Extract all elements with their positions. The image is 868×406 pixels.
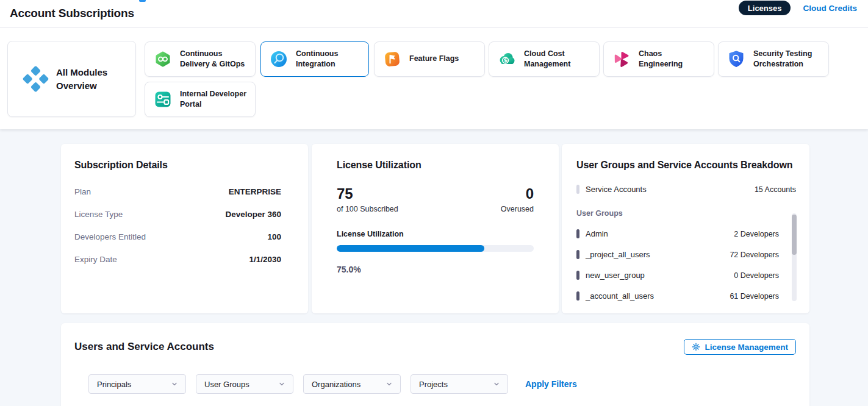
module-label: Feature Flags	[409, 54, 459, 65]
page-title: Account Subscriptions	[10, 7, 134, 20]
dropdown-value: Organizations	[312, 380, 360, 389]
user-group-marker	[576, 291, 579, 301]
user-groups-list: Admin 2 Developers _project_all_users 72…	[576, 229, 779, 301]
overused-caption: Overused	[501, 205, 534, 213]
gear-icon	[692, 343, 700, 351]
module-label: Chaos Engineering	[639, 49, 708, 70]
utilization-bar-label: License Utilization	[337, 230, 534, 238]
user-group-row: Admin 2 Developers	[576, 229, 779, 238]
apply-filters-link[interactable]: Apply Filters	[525, 379, 577, 389]
license-management-button[interactable]: License Management	[684, 339, 796, 355]
internal-developer-portal-icon	[154, 90, 172, 109]
licenses-tab[interactable]: Licenses	[739, 1, 791, 15]
module-card-continuous-delivery[interactable]: Continuous Delivery & GitOps	[145, 41, 256, 77]
users-section-header: Users and Service Accounts License Manag…	[74, 339, 796, 355]
user-groups-dropdown[interactable]: User Groups	[196, 374, 293, 394]
subscribed-count: 75	[337, 186, 398, 202]
user-group-name: _project_all_users	[586, 250, 650, 259]
cloud-cost-icon: $	[498, 50, 516, 68]
users-section-title: Users and Service Accounts	[74, 341, 214, 353]
utilization-progress-bar	[337, 245, 534, 252]
module-label: Security Testing Orchestration	[753, 49, 822, 70]
utilization-percent: 75.0%	[337, 265, 534, 274]
user-group-value: 2 Developers	[734, 230, 779, 238]
module-label: Cloud Cost Management	[524, 49, 593, 70]
detail-label: Expiry Date	[74, 255, 117, 264]
cloud-credits-tab[interactable]: Cloud Credits	[803, 4, 857, 13]
user-group-name: _account_all_users	[586, 291, 654, 301]
chaos-engineering-icon	[612, 50, 631, 68]
module-card-security-testing[interactable]: Security Testing Orchestration	[718, 41, 829, 77]
header-tabs: Licenses Cloud Credits	[739, 1, 857, 15]
detail-value: 1/1/2030	[249, 255, 281, 264]
license-utilization-title: License Utilization	[337, 160, 534, 171]
security-testing-icon	[727, 50, 745, 68]
account-subscriptions-page: Account Subscriptions Licenses Cloud Cre…	[0, 0, 868, 406]
user-group-row: new_user_group 0 Developers	[576, 271, 779, 280]
all-modules-overview-card[interactable]: All Modules Overview	[7, 41, 136, 117]
user-group-value: 61 Developers	[730, 292, 779, 301]
service-accounts-row: Service Accounts 15 Accounts	[576, 185, 796, 194]
user-group-row: _account_all_users 61 Developers	[576, 291, 779, 301]
continuous-integration-icon	[270, 50, 288, 68]
overused-count: 0	[501, 186, 534, 202]
utilization-progress-fill	[337, 245, 484, 252]
user-group-marker	[576, 271, 579, 280]
chevron-down-icon	[278, 380, 285, 388]
detail-row-license-type: License Type Developer 360	[74, 210, 281, 219]
license-utilization-card: License Utilization 75 of 100 Subscribed…	[312, 144, 559, 313]
user-group-row: _project_all_users 72 Developers	[576, 250, 779, 259]
user-group-value: 0 Developers	[734, 271, 779, 280]
principals-dropdown[interactable]: Principals	[88, 374, 186, 394]
breakdown-title: User Groups and Service Accounts Breakdo…	[576, 160, 796, 171]
module-selector: All Modules Overview Continuous Delivery…	[0, 28, 868, 129]
overused-count-block: 0 Overused	[501, 186, 534, 213]
organizations-dropdown[interactable]: Organizations	[303, 374, 401, 394]
user-group-value: 72 Developers	[730, 251, 779, 259]
all-modules-icon	[22, 65, 49, 93]
detail-row-developers-entitled: Developers Entitled 100	[74, 232, 281, 241]
detail-value: ENTERPRISE	[229, 187, 281, 196]
chevron-down-icon	[386, 380, 393, 388]
svg-text:$: $	[503, 57, 507, 63]
clipped-breadcrumb-fragment	[139, 0, 146, 2]
module-card-continuous-integration[interactable]: Continuous Integration	[260, 41, 369, 77]
user-group-name: new_user_group	[586, 271, 645, 280]
filters-row: Principals User Groups Organizations	[88, 374, 796, 394]
module-label: Continuous Integration	[296, 49, 362, 70]
subscribed-count-block: 75 of 100 Subscribed	[337, 186, 398, 213]
detail-label: Plan	[74, 187, 91, 196]
user-groups-label: User Groups	[576, 209, 796, 218]
detail-label: Developers Entitled	[74, 232, 146, 241]
module-card-cloud-cost[interactable]: $ Cloud Cost Management	[489, 41, 600, 77]
feature-flags-icon	[383, 50, 401, 68]
projects-dropdown[interactable]: Projects	[411, 374, 508, 394]
detail-value: 100	[267, 232, 281, 241]
chevron-down-icon	[171, 380, 178, 388]
service-accounts-marker	[576, 185, 579, 194]
module-label: Internal Developer Portal	[180, 89, 249, 110]
user-group-name: Admin	[586, 229, 608, 238]
scrollbar-thumb[interactable]	[792, 215, 797, 255]
subscribed-caption: of 100 Subscribed	[337, 205, 398, 213]
module-card-chaos-engineering[interactable]: Chaos Engineering	[603, 41, 714, 77]
dropdown-value: Principals	[97, 380, 131, 389]
dropdown-value: User Groups	[204, 380, 249, 389]
detail-value: Developer 360	[225, 210, 281, 219]
service-accounts-value: 15 Accounts	[755, 185, 796, 194]
license-management-label: License Management	[705, 343, 788, 352]
module-label: Continuous Delivery & GitOps	[180, 49, 249, 70]
subscription-details-card: Subscription Details Plan ENTERPRISE Lic…	[61, 144, 308, 313]
utilization-counts: 75 of 100 Subscribed 0 Overused	[337, 186, 534, 213]
module-card-feature-flags[interactable]: Feature Flags	[374, 41, 485, 77]
detail-label: License Type	[74, 210, 123, 219]
detail-row-plan: Plan ENTERPRISE	[74, 187, 281, 196]
detail-row-expiry-date: Expiry Date 1/1/2030	[74, 255, 281, 264]
subscription-details-title: Subscription Details	[74, 160, 281, 171]
page-header: Account Subscriptions Licenses Cloud Cre…	[0, 0, 868, 28]
user-group-marker	[576, 229, 579, 238]
users-and-service-accounts-card: Users and Service Accounts License Manag…	[61, 323, 809, 406]
cd-gitops-icon	[154, 50, 172, 68]
main-content: Subscription Details Plan ENTERPRISE Lic…	[0, 129, 868, 406]
module-card-internal-developer-portal[interactable]: Internal Developer Portal	[145, 82, 256, 117]
